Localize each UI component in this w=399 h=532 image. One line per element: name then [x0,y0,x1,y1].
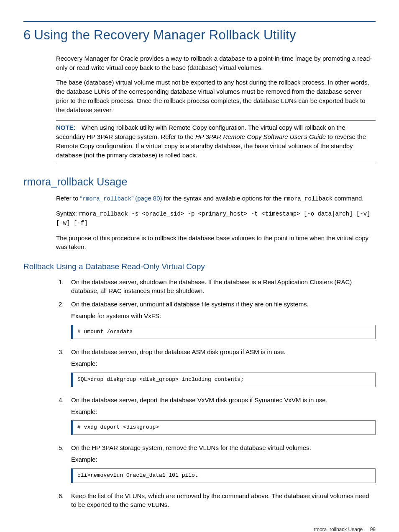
refer-b: for the syntax and available options for… [162,195,284,202]
syntax-label: Syntax: [56,210,79,217]
step-4-sub: Example: [71,407,376,416]
syntax-paragraph: Syntax: rmora_rollback -s <oracle_sid> -… [56,209,376,228]
section-rmora-rollback-usage: rmora_rollback Usage [23,174,376,189]
note-guide-title: HP 3PAR Remote Copy Software User's Guid… [195,133,326,140]
link-rmora-rollback[interactable]: rmora_rollback [82,195,132,202]
steps-list: On the database server, shutdown the dat… [56,278,376,509]
footer-section: rmora_rollback Usage [314,527,363,532]
note-block: NOTE:When using rollback utility with Re… [56,120,376,163]
step-4-code: # vxdg deport <diskgroup> [71,420,376,435]
step-1-text: On the database server, shutdown the dat… [71,278,352,295]
page-footer: rmora_rollback Usage 99 [23,526,376,532]
step-5: On the HP 3PAR storage system, remove th… [56,443,376,483]
step-1: On the database server, shutdown the dat… [56,278,376,296]
step-4: On the database server, deport the datab… [56,396,376,435]
syntax-code: rmora_rollback -s <oracle_sid> -p <prima… [56,211,371,226]
footer-page-number: 99 [370,527,376,532]
step-6-text: Keep the list of the VLUNs, which are re… [71,492,369,509]
step-2-text: On the database server, unmount all data… [71,301,309,308]
step-2-sub: Example for systems with VxFS: [71,311,376,321]
step-5-code: cli>removevlun Oracle_data1 101 pilot [71,468,376,483]
purpose-paragraph: The purpose of this procedure is to roll… [56,234,376,252]
step-3-text: On the database server, drop the databas… [71,348,286,355]
step-6: Keep the list of the VLUNs, which are re… [56,491,376,510]
refer-a: Refer to [56,195,80,202]
step-4-text: On the database server, deport the datab… [71,396,327,403]
step-2: On the database server, unmount all data… [56,300,376,339]
step-3-code: SQL>drop diskgroup <disk_group> includin… [71,373,376,387]
refer-paragraph: Refer to “rmora_rollback” (page 80) for … [56,194,376,203]
step-5-sub: Example: [71,455,376,464]
refer-cmd: rmora_rollback [284,195,333,202]
chapter-title-text: Using the Recovery Manager Rollback Util… [34,28,296,42]
chapter-number: 6 [23,28,31,42]
intro-paragraph-1: Recovery Manager for Oracle provides a w… [56,54,376,72]
step-3-sub: Example: [71,359,376,368]
refer-c: command. [332,195,363,202]
chapter-title: 6Using the Recovery Manager Rollback Uti… [23,26,376,45]
step-2-code: # umount /oradata [71,325,376,339]
intro-paragraph-2: The base (database) virtual volume must … [56,78,376,114]
step-3: On the database server, drop the databas… [56,347,376,387]
section-rollback-readonly: Rollback Using a Database Read-Only Virt… [23,261,376,272]
note-label: NOTE: [56,124,76,131]
refer-quote-close[interactable]: ” (page 80) [131,195,162,202]
step-5-text: On the HP 3PAR storage system, remove th… [71,444,311,451]
